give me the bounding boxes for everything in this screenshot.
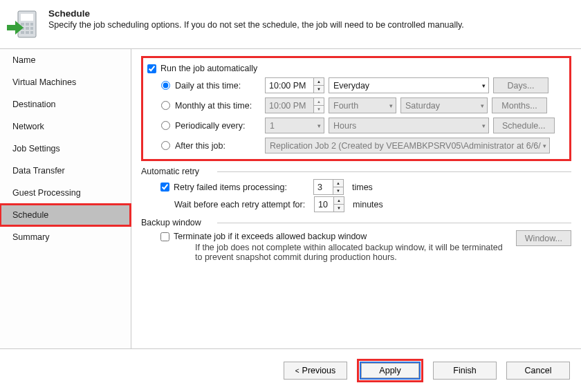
wait-count-input[interactable]: 10 ▲ ▼ [314,196,344,212]
main-panel: Run the job automatically Daily at this … [131,49,581,348]
after-radio[interactable]: After this job: [147,141,261,151]
after-job-value: Replication Job 2 (Created by VEEAMBKPSR… [270,141,541,151]
periodic-unit-value: Hours [333,121,356,131]
chevron-down-icon: ▾ [543,142,546,149]
chevron-down-icon: ▾ [389,102,393,109]
retry-wait-label: Wait before each retry attempt for: [174,200,310,209]
apply-highlight: Apply [357,359,423,382]
sidebar-item-job-settings[interactable]: Job Settings [0,138,131,160]
cancel-button[interactable]: Cancel [506,362,570,380]
schedule-icon [6,8,39,41]
schedule-section: Run the job automatically Daily at this … [141,56,571,161]
svg-rect-4 [30,23,33,26]
sidebar-item-virtual-machines[interactable]: Virtual Machines [0,71,131,93]
chevron-left-icon: < [295,367,299,375]
backup-window-help-text: If the job does not complete within allo… [195,243,506,262]
wait-count-spinner[interactable]: ▲ ▼ [333,197,344,212]
chevron-down-icon: ▾ [482,82,486,89]
spin-down-icon[interactable]: ▼ [314,86,324,93]
previous-label: Previous [302,366,336,375]
periodic-radio-label: Periodically every: [175,121,245,131]
run-automatically-label: Run the job automatically [160,64,257,73]
retry-wait-row: Wait before each retry attempt for: 10 ▲… [160,196,571,212]
chevron-down-icon: ▾ [481,102,484,109]
spin-up-icon: ▲ [314,98,324,106]
monthly-ordinal-select: Fourth ▾ [329,97,396,113]
page-title: Schedule [48,8,464,19]
monthly-time-spinner: ▲ ▼ [313,98,324,113]
retry-times-label: times [352,183,373,192]
sidebar-item-summary[interactable]: Summary [0,226,131,248]
spin-down-icon: ▼ [314,106,324,113]
window-button: Window... [516,230,571,246]
schedule-button: Schedule... [493,118,555,133]
after-radio-label: After this job: [175,141,225,151]
monthly-radio-label: Monthly at this time: [175,101,252,111]
months-button: Months... [492,97,547,113]
sidebar-item-guest-processing[interactable]: Guest Processing [0,182,131,204]
sidebar-item-destination[interactable]: Destination [0,93,131,115]
retry-checkbox[interactable] [160,183,169,192]
after-job-select: Replication Job 2 (Created by VEEAMBKPSR… [265,138,550,153]
spin-up-icon[interactable]: ▲ [333,180,343,187]
daily-time-value: 10:00 PM [266,81,313,91]
after-radio-input[interactable] [161,141,170,150]
periodic-value: 1 [270,121,275,131]
monthly-radio[interactable]: Monthly at this time: [147,101,261,111]
finish-button[interactable]: Finish [433,362,497,380]
monthly-day-select: Saturday ▾ [400,97,488,113]
svg-rect-7 [30,27,33,30]
wizard-steps-sidebar: Name Virtual Machines Destination Networ… [0,49,131,348]
terminate-label: Terminate job if it exceeds allowed back… [174,232,367,241]
retry-count-input[interactable]: 3 ▲ ▼ [313,179,344,195]
daily-days-select[interactable]: Everyday ▾ [329,77,489,93]
daily-days-value: Everyday [333,81,369,91]
retry-label: Retry failed items processing: [174,183,309,192]
wizard-footer: < Previous Apply Finish Cancel [0,349,581,392]
wait-count-value: 10 [315,200,333,209]
apply-button[interactable]: Apply [361,363,419,378]
days-button: Days... [493,77,548,93]
wizard-header: Schedule Specify the job scheduling opti… [0,0,581,48]
monthly-ordinal-value: Fourth [333,101,358,111]
monthly-radio-input[interactable] [161,101,170,110]
svg-rect-1 [21,14,33,21]
retry-count-spinner[interactable]: ▲ ▼ [333,180,343,194]
spin-up-icon[interactable]: ▲ [334,197,344,205]
monthly-time-value: 10:00 PM [266,101,313,111]
automatic-retry-section-label: Automatic retry [141,167,571,176]
spin-down-icon[interactable]: ▼ [333,187,343,194]
header-text: Schedule Specify the job scheduling opti… [48,8,464,30]
sidebar-item-schedule[interactable]: Schedule [0,204,131,226]
svg-rect-10 [30,31,33,34]
daily-radio-input[interactable] [161,81,170,90]
daily-radio-label: Daily at this time: [175,81,241,91]
spin-up-icon[interactable]: ▲ [314,78,324,86]
sidebar-item-network[interactable]: Network [0,115,131,138]
backup-window-section-label: Backup window [141,218,571,227]
spin-down-icon[interactable]: ▼ [334,205,344,212]
run-automatically-checkbox[interactable]: Run the job automatically [147,64,565,73]
run-automatically-input[interactable] [147,64,156,73]
svg-rect-6 [26,27,29,30]
retry-checkbox-row: Retry failed items processing: 3 ▲ ▼ tim… [160,179,571,195]
previous-button[interactable]: < Previous [284,362,347,380]
retry-minutes-label: minutes [353,200,383,209]
daily-radio[interactable]: Daily at this time: [147,81,261,91]
terminate-checkbox-input[interactable] [160,232,169,241]
svg-rect-3 [26,23,29,26]
monthly-time-input: 10:00 PM ▲ ▼ [265,97,324,113]
retry-count-value: 3 [314,183,333,192]
sidebar-item-data-transfer[interactable]: Data Transfer [0,160,131,182]
periodic-value-select: 1 ▾ [265,118,324,133]
daily-time-spinner[interactable]: ▲ ▼ [313,78,324,93]
periodic-unit-select: Hours ▾ [329,118,489,133]
daily-time-input[interactable]: 10:00 PM ▲ ▼ [265,77,324,93]
monthly-day-value: Saturday [405,101,440,111]
periodic-radio-input[interactable] [161,121,170,130]
sidebar-item-name[interactable]: Name [0,49,131,71]
periodic-radio[interactable]: Periodically every: [147,121,261,131]
page-subtitle: Specify the job scheduling options. If y… [48,20,464,30]
chevron-down-icon: ▾ [482,122,486,129]
terminate-checkbox[interactable]: Terminate job if it exceeds allowed back… [160,232,509,241]
